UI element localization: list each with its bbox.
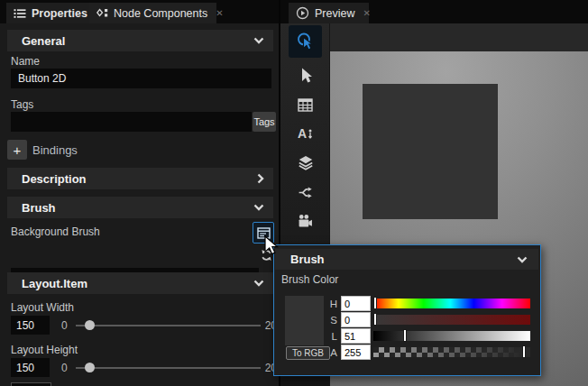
preview-node-button2d [363, 84, 498, 219]
name-input[interactable] [11, 69, 271, 88]
hue-label: H [325, 299, 337, 309]
saturation-slider[interactable] [373, 315, 530, 325]
popup-section-brush[interactable]: Brush [275, 249, 538, 270]
layers-icon [298, 155, 314, 170]
lightness-label: L [325, 331, 337, 342]
brush-color-label: Brush Color [281, 273, 338, 286]
select-cursor-icon [298, 67, 314, 85]
text-tool-icon: A [298, 126, 314, 141]
tab-preview[interactable]: Preview ✕ [289, 3, 369, 23]
alpha-slider[interactable] [373, 347, 530, 357]
tab-properties[interactable]: Properties ✕ [6, 3, 89, 23]
popup-brush-title: Brush [290, 253, 517, 266]
brush-popup: Brush Brush Color H S L A To RGB [273, 244, 541, 376]
section-general[interactable]: General [7, 30, 273, 51]
chevron-down-icon [517, 256, 528, 263]
layout-height-row: 0 2000 [11, 358, 289, 377]
alpha-input[interactable] [341, 345, 371, 360]
section-brush[interactable]: Brush [7, 197, 273, 218]
connections-icon [298, 185, 313, 200]
to-rgb-button[interactable]: To RGB [286, 346, 330, 360]
camera-icon [298, 214, 313, 228]
layout-height-slider-handle[interactable] [85, 363, 95, 372]
saturation-input[interactable] [341, 312, 371, 327]
hue-row: H [325, 296, 530, 311]
saturation-row: S [325, 312, 530, 327]
interact-tool-button[interactable] [289, 25, 322, 58]
section-brush-title: Brush [22, 201, 253, 215]
connections-tool-button[interactable] [289, 179, 322, 205]
section-layout-item-title: Layout.Item [22, 277, 253, 290]
layout-width-input[interactable] [11, 316, 50, 335]
tab-node-components-label: Node Components [114, 7, 207, 20]
layout-height-slider[interactable] [76, 367, 261, 369]
close-icon[interactable]: ✕ [363, 8, 370, 18]
layout-width-label: Layout Width [11, 301, 74, 314]
tags-button[interactable]: Tags [253, 112, 276, 132]
section-layout-item[interactable]: Layout.Item [7, 272, 273, 294]
lightness-slider[interactable] [373, 331, 530, 341]
alpha-row: A [325, 345, 530, 360]
select-tool-button[interactable] [289, 63, 322, 88]
app-window: Properties ✕ Node Components ✕ Preview ✕… [0, 0, 588, 386]
saturation-slider-handle[interactable] [373, 313, 377, 326]
chevron-right-icon [257, 173, 264, 184]
bindings-label: Bindings [32, 143, 78, 157]
close-icon[interactable]: ✕ [216, 8, 223, 18]
tags-label: Tags [11, 98, 33, 111]
brush-color-swatch [285, 296, 324, 345]
add-binding-button[interactable]: + [7, 140, 27, 160]
grid-icon [298, 98, 313, 112]
camera-tool-button[interactable] [289, 208, 322, 234]
tags-input[interactable] [11, 112, 252, 132]
background-brush-label: Background Brush [11, 225, 100, 238]
hue-slider[interactable] [373, 299, 530, 308]
alpha-slider-handle[interactable] [522, 345, 526, 358]
mouse-cursor-icon [264, 235, 280, 256]
layout-width-slider-handle[interactable] [85, 320, 95, 330]
tab-properties-label: Properties [32, 7, 87, 20]
chevron-down-icon [253, 204, 264, 211]
chevron-down-icon [253, 280, 264, 287]
layout-height-input[interactable] [11, 358, 50, 377]
layout-width-min: 0 [61, 319, 68, 332]
hue-input[interactable] [341, 296, 371, 311]
tab-node-components[interactable]: Node Components ✕ [89, 3, 216, 23]
name-label: Name [11, 55, 40, 68]
play-icon [296, 6, 309, 20]
properties-list-icon [14, 8, 26, 19]
chevron-down-icon [253, 37, 264, 44]
layers-tool-button[interactable] [289, 150, 322, 175]
interact-cursor-icon [296, 32, 316, 51]
next-field-partial [11, 382, 51, 386]
layout-width-row: 0 2000 [11, 316, 289, 335]
hue-slider-handle[interactable] [373, 297, 377, 309]
layout-width-slider[interactable] [76, 325, 261, 326]
tab-preview-label: Preview [315, 7, 354, 20]
properties-panel: General Name Tags Tags + Bindings Descri… [0, 23, 280, 386]
layout-height-min: 0 [61, 362, 68, 374]
svg-text:A: A [298, 126, 307, 141]
section-description-title: Description [22, 172, 257, 186]
saturation-label: S [325, 315, 337, 326]
text-tool-button[interactable]: A [289, 121, 322, 146]
lightness-slider-handle[interactable] [403, 329, 407, 342]
tab-strip: Properties ✕ Node Components ✕ Preview ✕ [0, 0, 588, 23]
layout-height-label: Layout Height [11, 344, 78, 356]
section-general-title: General [22, 34, 253, 48]
lightness-input[interactable] [341, 328, 371, 344]
lightness-row: L [325, 328, 530, 344]
section-description[interactable]: Description [7, 168, 273, 189]
node-components-icon [96, 8, 108, 18]
grid-tool-button[interactable] [289, 92, 322, 117]
